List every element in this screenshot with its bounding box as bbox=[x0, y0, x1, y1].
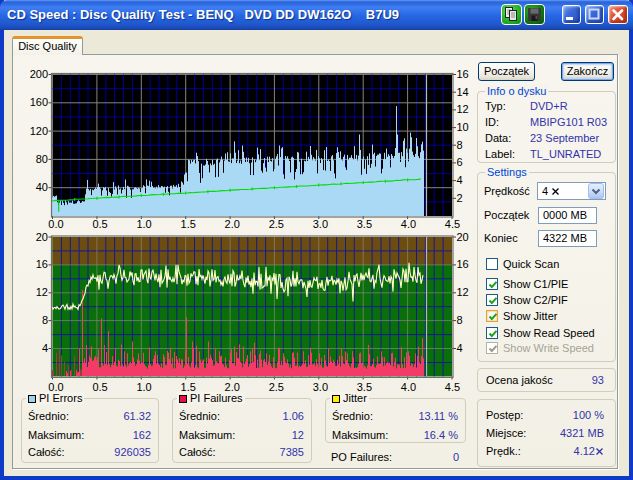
svg-text:0.0: 0.0 bbox=[48, 381, 63, 393]
svg-text:0.5: 0.5 bbox=[92, 381, 107, 393]
svg-text:40: 40 bbox=[36, 181, 48, 193]
svg-text:12: 12 bbox=[457, 286, 469, 298]
svg-text:200: 200 bbox=[30, 68, 48, 80]
svg-text:8: 8 bbox=[457, 139, 463, 151]
svg-text:1.0: 1.0 bbox=[136, 381, 151, 393]
svg-text:120: 120 bbox=[30, 125, 48, 137]
svg-text:2.0: 2.0 bbox=[225, 218, 240, 230]
svg-text:16: 16 bbox=[457, 258, 469, 270]
svg-text:3.0: 3.0 bbox=[313, 218, 328, 230]
svg-text:12: 12 bbox=[457, 103, 469, 115]
svg-text:8: 8 bbox=[42, 314, 48, 326]
svg-text:20: 20 bbox=[36, 231, 48, 243]
svg-text:0.0: 0.0 bbox=[48, 218, 63, 230]
svg-text:2.0: 2.0 bbox=[225, 381, 240, 393]
svg-text:2.5: 2.5 bbox=[269, 218, 284, 230]
svg-text:1.0: 1.0 bbox=[136, 218, 151, 230]
svg-text:2.5: 2.5 bbox=[269, 381, 284, 393]
svg-text:16: 16 bbox=[457, 68, 469, 80]
svg-text:4.0: 4.0 bbox=[401, 381, 416, 393]
svg-text:16: 16 bbox=[36, 258, 48, 270]
svg-text:2: 2 bbox=[457, 192, 463, 204]
svg-text:3.5: 3.5 bbox=[357, 218, 372, 230]
svg-text:20: 20 bbox=[457, 231, 469, 243]
svg-text:3.5: 3.5 bbox=[357, 381, 372, 393]
svg-text:80: 80 bbox=[36, 153, 48, 165]
svg-text:1.5: 1.5 bbox=[181, 381, 196, 393]
svg-text:8: 8 bbox=[457, 314, 463, 326]
svg-text:160: 160 bbox=[30, 96, 48, 108]
svg-text:4: 4 bbox=[42, 342, 48, 354]
svg-text:0.5: 0.5 bbox=[92, 218, 107, 230]
svg-text:4.5: 4.5 bbox=[445, 381, 460, 393]
svg-text:1.5: 1.5 bbox=[181, 218, 196, 230]
svg-text:6: 6 bbox=[457, 156, 463, 168]
svg-text:4: 4 bbox=[457, 174, 463, 186]
svg-text:3.0: 3.0 bbox=[313, 381, 328, 393]
svg-text:4.5: 4.5 bbox=[445, 218, 460, 230]
svg-text:4: 4 bbox=[457, 342, 463, 354]
svg-text:12: 12 bbox=[36, 286, 48, 298]
svg-text:10: 10 bbox=[457, 121, 469, 133]
svg-text:4.0: 4.0 bbox=[401, 218, 416, 230]
svg-text:14: 14 bbox=[457, 86, 469, 98]
